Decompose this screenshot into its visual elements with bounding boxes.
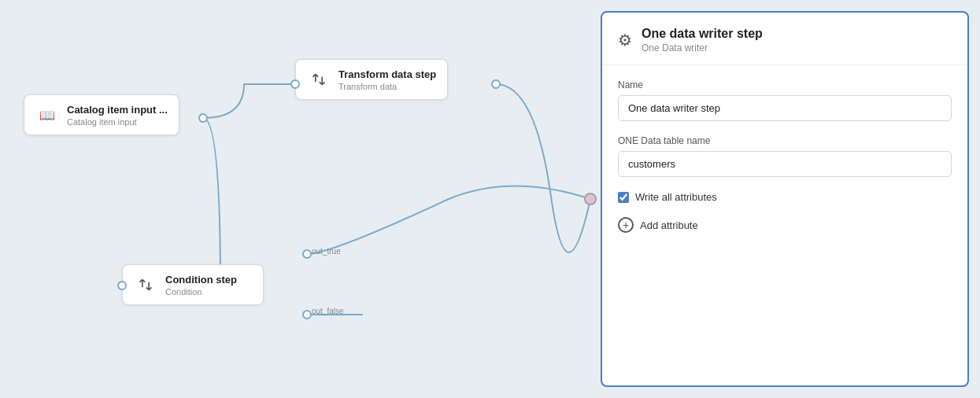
transform-node[interactable]: Transform data step Transform data [295,59,448,100]
table-input[interactable] [618,151,952,177]
catalog-node-title: Catalog item input ... [67,104,168,116]
name-field-group: Name [618,79,952,121]
transform-input-dot [290,79,300,89]
transform-node-title: Transform data step [338,68,436,80]
transform-node-subtitle: Transform data [338,82,436,91]
table-label: ONE Data table name [618,135,952,146]
right-panel: ⚙ One data writer step One Data writer N… [601,11,969,387]
panel-body: Name ONE Data table name Write all attri… [602,65,967,247]
catalog-node[interactable]: 📖 Catalog item input ... Catalog item in… [24,94,179,135]
panel-title: One data writer step [642,27,763,41]
canvas: 📖 Catalog item input ... Catalog item in… [0,0,980,398]
name-input[interactable] [618,95,952,121]
catalog-node-subtitle: Catalog item input [67,117,168,127]
table-field-group: ONE Data table name [618,135,952,177]
add-attribute-label: Add attribute [640,219,698,231]
transform-output-dot [491,79,501,89]
catalog-output-dot [198,113,208,123]
transform-icon [307,68,331,91]
add-attribute-row[interactable]: + Add attribute [618,217,952,233]
panel-entry-circle [584,193,597,205]
condition-out-false-dot [302,310,312,319]
condition-node-title: Condition step [165,274,237,286]
out-false-label: out_false [312,307,344,315]
condition-node[interactable]: Condition step Condition [122,264,264,305]
condition-input-dot [117,281,127,290]
write-attributes-row: Write all attributes [618,191,952,203]
panel-header: ⚙ One data writer step One Data writer [602,13,967,65]
condition-icon [134,273,157,297]
out-true-label: out_true [312,247,341,256]
catalog-icon: 📖 [35,103,59,127]
write-attributes-label: Write all attributes [635,191,717,203]
gear-icon: ⚙ [618,31,632,50]
name-label: Name [618,79,952,90]
condition-out-true-dot [302,249,312,259]
condition-node-subtitle: Condition [165,287,237,297]
write-attributes-checkbox[interactable] [618,192,629,203]
panel-subtitle: One Data writer [642,42,763,53]
add-attribute-icon: + [618,217,634,233]
